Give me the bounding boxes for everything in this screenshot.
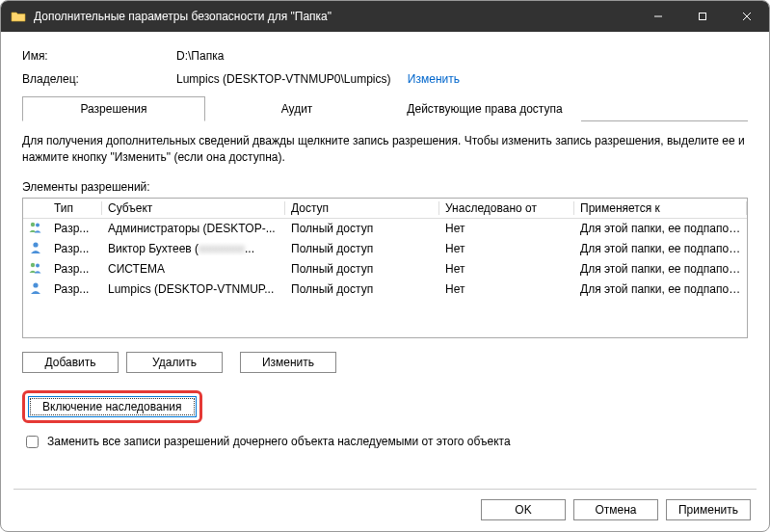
minimize-button[interactable] bbox=[636, 1, 680, 32]
table-buttons: Добавить Удалить Изменить bbox=[22, 352, 748, 373]
cell-subject: Lumpics (DESKTOP-VTNMUP... bbox=[102, 282, 285, 296]
header-applies[interactable]: Применяется к bbox=[574, 201, 747, 215]
name-label: Имя: bbox=[22, 49, 176, 63]
svg-rect-1 bbox=[700, 13, 706, 20]
cell-inherited: Нет bbox=[439, 262, 574, 276]
permissions-table: Тип Субъект Доступ Унаследовано от Приме… bbox=[22, 198, 748, 338]
instructions-text: Для получения дополнительных сведений дв… bbox=[22, 133, 748, 167]
cell-subject: Виктор Бухтеев (xxxxxxxx... bbox=[102, 242, 285, 255]
cell-applies: Для этой папки, ее подпапок ... bbox=[574, 222, 747, 235]
content-area: Имя: D:\Папка Владелец: Lumpics (DESKTOP… bbox=[1, 32, 769, 461]
cell-subject: Администраторы (DESKTOP-... bbox=[102, 222, 285, 235]
principal-icon bbox=[23, 280, 48, 299]
svg-point-7 bbox=[31, 263, 35, 267]
svg-point-8 bbox=[36, 263, 40, 267]
svg-point-4 bbox=[31, 223, 35, 226]
maximize-button[interactable] bbox=[680, 1, 725, 32]
header-type[interactable]: Тип bbox=[48, 201, 102, 215]
principal-icon bbox=[23, 220, 48, 238]
apply-button[interactable]: Применить bbox=[666, 499, 751, 520]
header-inherited[interactable]: Унаследовано от bbox=[439, 201, 574, 215]
svg-point-5 bbox=[36, 223, 40, 226]
cell-access: Полный доступ bbox=[285, 242, 439, 255]
name-value: D:\Папка bbox=[176, 49, 748, 63]
add-button[interactable]: Добавить bbox=[22, 352, 119, 373]
cell-inherited: Нет bbox=[439, 242, 574, 255]
elements-label: Элементы разрешений: bbox=[22, 180, 748, 194]
principal-icon bbox=[23, 240, 48, 258]
remove-button[interactable]: Удалить bbox=[126, 352, 223, 373]
tab-strip: Разрешения Аудит Действующие права досту… bbox=[22, 95, 748, 121]
window-title: Дополнительные параметры безопасности дл… bbox=[34, 10, 636, 23]
cell-applies: Для этой папки, ее подпапок ... bbox=[574, 242, 747, 255]
change-owner-link[interactable]: Изменить bbox=[408, 72, 460, 86]
table-row[interactable]: Разр...Виктор Бухтеев (xxxxxxxx...Полный… bbox=[23, 239, 747, 259]
svg-point-9 bbox=[33, 282, 38, 287]
principal-icon bbox=[23, 260, 48, 279]
owner-row: Владелец: Lumpics (DESKTOP-VTNMUP0\Lumpi… bbox=[22, 72, 748, 86]
replace-child-permissions-checkbox[interactable] bbox=[26, 436, 39, 448]
dialog-buttons: OK Отмена Применить bbox=[481, 499, 751, 520]
highlight-frame: Включение наследования bbox=[22, 390, 202, 423]
tab-effective-access[interactable]: Действующие права доступа bbox=[388, 96, 581, 121]
ok-button[interactable]: OK bbox=[481, 499, 566, 520]
cell-type: Разр... bbox=[48, 242, 102, 255]
titlebar: Дополнительные параметры безопасности дл… bbox=[1, 1, 769, 32]
owner-text: Lumpics (DESKTOP-VTNMUP0\Lumpics) bbox=[176, 72, 391, 86]
replace-checkbox-row: Заменить все записи разрешений дочернего… bbox=[22, 433, 748, 451]
header-access[interactable]: Доступ bbox=[285, 201, 439, 215]
cell-inherited: Нет bbox=[439, 282, 574, 296]
owner-value: Lumpics (DESKTOP-VTNMUP0\Lumpics) Измени… bbox=[176, 72, 748, 86]
table-row[interactable]: Разр...Lumpics (DESKTOP-VTNMUP...Полный … bbox=[23, 279, 747, 300]
close-button[interactable] bbox=[725, 1, 769, 32]
replace-checkbox-label: Заменить все записи разрешений дочернего… bbox=[47, 435, 511, 448]
header-subject[interactable]: Субъект bbox=[102, 201, 285, 215]
cell-access: Полный доступ bbox=[285, 282, 439, 296]
cell-applies: Для этой папки, ее подпапок ... bbox=[574, 262, 747, 276]
folder-icon bbox=[11, 11, 26, 22]
name-row: Имя: D:\Папка bbox=[22, 49, 748, 63]
cell-access: Полный доступ bbox=[285, 262, 439, 276]
enable-inheritance-button[interactable]: Включение наследования bbox=[28, 396, 197, 417]
tab-audit[interactable]: Аудит bbox=[205, 96, 388, 121]
cell-type: Разр... bbox=[48, 222, 102, 235]
cell-type: Разр... bbox=[48, 262, 102, 276]
table-header: Тип Субъект Доступ Унаследовано от Приме… bbox=[23, 199, 747, 219]
cancel-button[interactable]: Отмена bbox=[573, 499, 658, 520]
cell-type: Разр... bbox=[48, 282, 102, 296]
cell-subject: СИСТЕМА bbox=[102, 262, 285, 276]
edit-button[interactable]: Изменить bbox=[240, 352, 336, 373]
owner-label: Владелец: bbox=[22, 72, 176, 86]
cell-access: Полный доступ bbox=[285, 222, 439, 235]
cell-inherited: Нет bbox=[439, 222, 574, 235]
table-row[interactable]: Разр...Администраторы (DESKTOP-...Полный… bbox=[23, 219, 747, 239]
table-row[interactable]: Разр...СИСТЕМАПолный доступНетДля этой п… bbox=[23, 259, 747, 279]
svg-point-6 bbox=[33, 242, 38, 247]
cell-applies: Для этой папки, ее подпапок ... bbox=[574, 282, 747, 296]
separator bbox=[13, 489, 757, 490]
tab-permissions[interactable]: Разрешения bbox=[22, 96, 205, 121]
